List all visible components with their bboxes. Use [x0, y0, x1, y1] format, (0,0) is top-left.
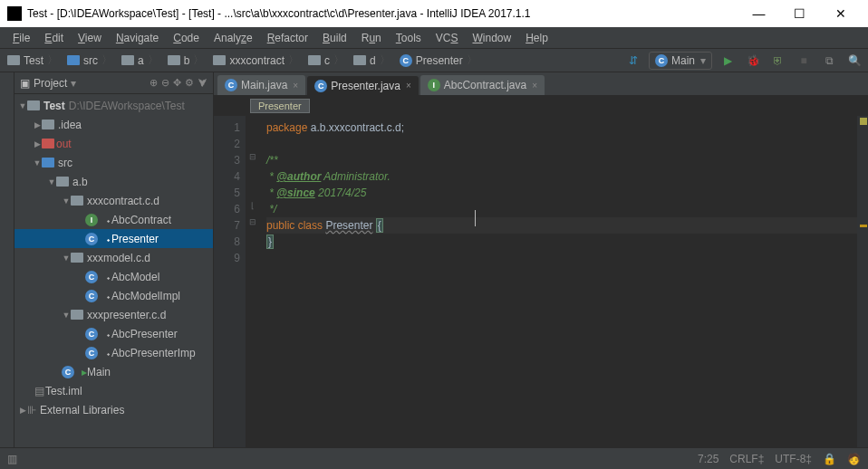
warning-marker[interactable] — [860, 225, 867, 227]
folder-icon — [213, 55, 226, 65]
tree-ab[interactable]: ▼a.b — [14, 172, 213, 191]
locate-icon[interactable]: ⊖ — [161, 77, 169, 89]
menu-build[interactable]: Build — [315, 30, 354, 46]
menu-tools[interactable]: Tools — [389, 30, 429, 46]
class-icon: C — [62, 366, 74, 378]
hector-icon[interactable]: 🧑 — [847, 453, 861, 465]
tree-testiml[interactable]: ▤Test.iml — [14, 381, 213, 400]
status-bar: ▥ 7:25 CRLF‡ UTF-8‡ 🔒 🧑 — [0, 447, 868, 469]
folder-icon — [308, 55, 321, 65]
breadcrumb-presenter[interactable]: CPresenter — [396, 51, 483, 71]
error-stripe[interactable] — [857, 116, 868, 447]
gear-icon[interactable]: ⚙ — [185, 77, 194, 89]
collapse-icon[interactable]: ⊕ — [149, 77, 158, 89]
folder-icon — [56, 177, 69, 187]
class-icon: C — [400, 54, 412, 67]
breadcrumb-c[interactable]: c — [304, 51, 350, 71]
tree-root[interactable]: ▼TestD:\IDEAWorkspace\Test — [14, 96, 213, 115]
menu-bar: File Edit View Navigate Code Analyze Ref… — [0, 27, 868, 49]
menu-edit[interactable]: Edit — [37, 30, 71, 46]
folder-icon — [42, 120, 54, 129]
toggle-config-icon[interactable]: ⇵ — [623, 51, 643, 71]
tree-src[interactable]: ▼src — [14, 153, 213, 172]
menu-code[interactable]: Code — [166, 30, 207, 46]
menu-window[interactable]: Window — [465, 30, 518, 46]
folder-icon — [42, 158, 54, 168]
tab-abccontract[interactable]: IAbcContract.java× — [420, 75, 545, 95]
menu-vcs[interactable]: VCS — [429, 30, 466, 46]
breadcrumb-d[interactable]: d — [350, 51, 396, 71]
run-button[interactable]: ▶ — [718, 51, 738, 71]
tree-abcpresenterimp[interactable]: C⬩AbcPresenterImp — [14, 343, 213, 362]
breadcrumb-xxxcontract[interactable]: xxxcontract — [209, 51, 304, 71]
tree-contract[interactable]: ▼xxxcontract.c.d — [14, 191, 213, 210]
tree-presenter[interactable]: C⬩Presenter — [14, 229, 213, 248]
class-icon: C — [225, 79, 237, 91]
warning-marker[interactable] — [860, 118, 867, 125]
tree-abcmodelimpl[interactable]: C⬩AbcModelImpl — [14, 286, 213, 305]
tree-main[interactable]: C▸Main — [14, 362, 213, 381]
breadcrumb-a[interactable]: a — [118, 51, 164, 71]
text-cursor-icon — [475, 210, 477, 226]
close-button[interactable]: ✕ — [820, 0, 861, 27]
class-icon: C — [85, 328, 98, 340]
left-toolwindow-bar — [0, 72, 14, 447]
menu-view[interactable]: View — [71, 30, 109, 46]
close-icon[interactable]: × — [293, 81, 298, 91]
caret-position[interactable]: 7:25 — [698, 453, 719, 465]
interface-icon: I — [85, 214, 98, 226]
interface-icon: I — [428, 79, 440, 91]
search-button[interactable]: 🔍 — [844, 51, 864, 71]
close-icon[interactable]: × — [532, 81, 537, 91]
menu-file[interactable]: File — [5, 30, 37, 46]
tree-model[interactable]: ▼xxxmodel.c.d — [14, 248, 213, 267]
fold-gutter: ⊟⌊⊟ — [246, 116, 259, 447]
minimize-button[interactable]: — — [738, 0, 779, 27]
stop-button[interactable]: ■ — [794, 51, 814, 71]
class-icon: C — [85, 290, 98, 302]
menu-run[interactable]: Run — [354, 30, 389, 46]
breadcrumb-b[interactable]: b — [164, 51, 210, 71]
file-encoding[interactable]: UTF-8‡ — [775, 453, 812, 465]
toolwindow-toggle-icon[interactable]: ▥ — [7, 453, 17, 465]
tree-abcmodel[interactable]: C⬩AbcModel — [14, 267, 213, 286]
class-icon: C — [85, 347, 98, 359]
editor-tabs: CMain.java× CPresenter.java× IAbcContrac… — [214, 72, 868, 96]
run-config-label: Main — [671, 54, 695, 67]
app-icon — [7, 6, 22, 21]
project-tree[interactable]: ▼TestD:\IDEAWorkspace\Test ▶.idea ▶out ▼… — [14, 94, 213, 447]
menu-navigate[interactable]: Navigate — [109, 30, 166, 46]
structure-button[interactable]: ⧉ — [819, 51, 839, 71]
tree-out[interactable]: ▶out — [14, 134, 213, 153]
breadcrumb-src[interactable]: src — [63, 51, 118, 71]
breadcrumb-test[interactable]: Test — [4, 51, 63, 71]
folder-icon — [7, 55, 20, 65]
close-icon[interactable]: × — [406, 81, 411, 91]
debug-button[interactable]: 🐞 — [743, 51, 763, 71]
menu-help[interactable]: Help — [518, 30, 555, 46]
code-content[interactable]: package a.b.xxxcontract.c.d; /** * @auth… — [259, 116, 857, 447]
line-separator[interactable]: CRLF‡ — [729, 453, 764, 465]
settings-icon[interactable]: ✥ — [173, 77, 181, 89]
hide-icon[interactable]: ⮟ — [198, 77, 207, 89]
class-icon: C — [85, 233, 98, 245]
folder-icon — [71, 196, 83, 206]
tree-abcpresenter[interactable]: C⬩AbcPresenter — [14, 324, 213, 343]
tree-presenter-pkg[interactable]: ▼xxxpresenter.c.d — [14, 305, 213, 324]
folder-icon — [168, 55, 180, 65]
maximize-button[interactable]: ☐ — [779, 0, 820, 27]
coverage-button[interactable]: ⛨ — [768, 51, 788, 71]
tree-idea[interactable]: ▶.idea — [14, 115, 213, 134]
project-tool-window: ▣Project▾ ⊕ ⊖ ✥ ⚙ ⮟ ▼TestD:\IDEAWorkspac… — [14, 72, 214, 447]
class-icon: C — [655, 54, 668, 67]
menu-refactor[interactable]: Refactor — [260, 30, 315, 46]
tab-presenter[interactable]: CPresenter.java× — [307, 76, 419, 96]
breadcrumb-tag[interactable]: Presenter — [250, 99, 310, 113]
code-editor[interactable]: 123456789 ⊟⌊⊟ package a.b.xxxcontract.c.… — [214, 116, 868, 447]
tab-main[interactable]: CMain.java× — [217, 75, 305, 95]
run-config-selector[interactable]: CMain▾ — [649, 52, 712, 70]
menu-analyze[interactable]: Analyze — [207, 30, 260, 46]
lock-icon[interactable]: 🔒 — [823, 453, 836, 465]
tree-extlib[interactable]: ▶⊪External Libraries — [14, 400, 213, 419]
tree-abccontract[interactable]: I⬩AbcContract — [14, 210, 213, 229]
